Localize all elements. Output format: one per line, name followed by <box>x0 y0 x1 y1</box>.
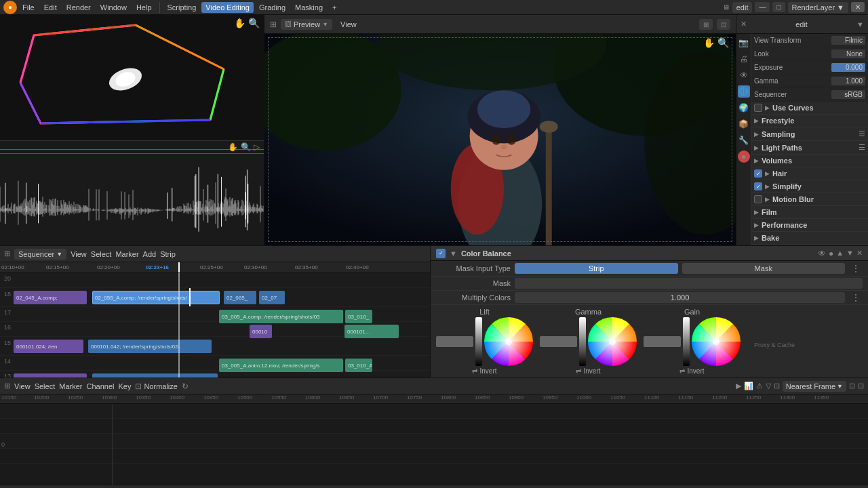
tab-grading[interactable]: Grading <box>255 2 290 13</box>
clip-000101-024[interactable]: 000101.024; /ren <box>14 340 83 353</box>
context-value[interactable]: edit <box>732 2 753 13</box>
kf-frame-dropdown[interactable]: Nearest Frame▼ <box>783 381 846 392</box>
props-icon-view[interactable]: 👁 <box>738 69 750 81</box>
light-paths-list-icon[interactable]: ☰ <box>859 143 865 152</box>
kf-marker-menu[interactable]: Marker <box>59 382 82 390</box>
menu-file[interactable]: File <box>18 2 39 13</box>
viewport-zoom-btn[interactable]: 🔍 <box>248 18 260 28</box>
kf-filter-btn[interactable]: ▽ <box>766 382 771 390</box>
exposure-value[interactable]: 0.000 <box>831 63 865 72</box>
gain-colorwheel[interactable] <box>692 317 741 366</box>
mask-input[interactable] <box>515 278 863 289</box>
view-transform-value[interactable]: Filmic <box>831 36 865 45</box>
clip-000101[interactable]: 000101... <box>344 325 399 338</box>
mask-mask-btn[interactable]: Mask <box>682 263 846 274</box>
simplify-checkbox[interactable]: ✓ <box>754 182 762 190</box>
gamma-swatch[interactable] <box>540 336 577 347</box>
track-options-btn[interactable]: ⊞ <box>4 249 10 258</box>
viewport-pan-btn[interactable]: ✋ <box>234 18 245 28</box>
gamma-invert-btn[interactable]: Invert <box>583 367 600 375</box>
gamma-value[interactable]: 1.000 <box>831 77 865 85</box>
look-value[interactable]: None <box>831 49 865 58</box>
mask-strip-btn[interactable]: Strip <box>515 263 678 274</box>
props-chevron[interactable]: ▼ <box>856 20 864 28</box>
preview-dropdown[interactable]: 🖼 Preview ▼ <box>281 19 332 30</box>
gamma-colorwheel[interactable] <box>588 317 637 366</box>
kf-chart-btn[interactable]: 📊 <box>744 382 753 390</box>
gamma-invert-icon[interactable]: ⇄ <box>576 367 581 375</box>
menu-window[interactable]: Window <box>96 2 131 13</box>
sequencer-dropdown[interactable]: Sequencer▼ <box>14 249 66 260</box>
props-icon-material[interactable]: ● <box>738 150 750 163</box>
sampling-header[interactable]: ▶ Sampling ☰ <box>751 127 868 141</box>
waveform-menu[interactable]: ▷ <box>254 142 260 152</box>
cb-eye-btn[interactable]: 👁 <box>818 249 826 258</box>
lift-colorwheel[interactable] <box>484 317 533 366</box>
preview-icon-2[interactable]: ⊡ <box>717 19 730 30</box>
kf-refresh-btn[interactable]: ↻ <box>182 382 189 391</box>
use-curves-checkbox[interactable] <box>754 104 762 112</box>
cb-close-btn[interactable]: ✕ <box>856 249 863 258</box>
gain-invert-icon[interactable]: ⇄ <box>679 367 685 375</box>
kf-channel-menu[interactable]: Channel <box>86 382 114 390</box>
cb-dot-btn[interactable]: ● <box>829 249 833 258</box>
menu-render[interactable]: Render <box>62 2 95 13</box>
cb-toggle[interactable]: ✓ <box>436 249 446 258</box>
gain-strip[interactable] <box>683 317 690 366</box>
props-icon-object[interactable]: 📦 <box>738 118 750 130</box>
view-menu[interactable]: View <box>336 19 361 30</box>
sampling-list-icon[interactable]: ☰ <box>859 129 865 138</box>
lift-invert-btn[interactable]: Invert <box>479 367 496 375</box>
kf-more-btn[interactable]: ⊡ <box>774 382 780 390</box>
simplify-header[interactable]: ✓ ▶ Simplify <box>751 180 868 193</box>
multiply-colors-extra[interactable]: ⋮ <box>849 292 863 303</box>
clip-02055-acomp-selected[interactable]: 02_055_A.comp; /render/spring/shots/ <box>92 291 220 304</box>
motion-blur-checkbox[interactable] <box>754 195 762 203</box>
clip-00010[interactable]: 00010 <box>250 325 272 338</box>
gain-invert-btn[interactable]: Invert <box>687 367 704 375</box>
kf-play-btn[interactable]: ▶ <box>736 382 741 390</box>
tab-video-editing[interactable]: Video Editing <box>201 2 254 13</box>
preview-icon-1[interactable]: ⊞ <box>699 19 713 30</box>
tab-scripting[interactable]: Scripting <box>163 2 201 13</box>
kf-view-menu[interactable]: View <box>14 382 31 390</box>
cb-expand-icon[interactable]: ▼ <box>450 249 457 258</box>
props-icon-world[interactable]: 🌍 <box>738 102 750 114</box>
app-icon[interactable]: ● <box>3 1 17 14</box>
lift-invert-icon[interactable]: ⇄ <box>472 367 477 375</box>
sequencer-value[interactable]: sRGB <box>831 90 865 99</box>
volumes-header[interactable]: ▶ Volumes <box>751 155 868 167</box>
clip-03005-anim[interactable]: 03_005_A.anim.12.mov; /render/spring/s <box>219 359 343 372</box>
clip-000101-042[interactable]: 000101.042; /render/spring/shots/02- <box>88 340 212 353</box>
props-icon-modifier[interactable]: 🔧 <box>738 134 750 146</box>
props-icon-output[interactable]: 🖨 <box>738 53 750 65</box>
props-icon-render[interactable]: 📷 <box>738 37 750 49</box>
clip-03005-acomp[interactable]: 03_005_A.comp; /render/spring/shots/03 <box>219 310 343 323</box>
kf-header-icon[interactable]: ⊞ <box>4 382 10 390</box>
timeline-view-menu[interactable]: View <box>71 250 87 258</box>
hair-header[interactable]: ✓ ▶ Hair <box>751 167 868 180</box>
clip-03010-a[interactable]: 03_010_A <box>345 359 372 372</box>
window-minimize[interactable]: — <box>755 2 770 12</box>
film-header[interactable]: ▶ Film <box>751 206 868 219</box>
waveform-zoom[interactable]: 🔍 <box>241 142 251 152</box>
normalize-toggle[interactable]: ⊡ Normalize <box>135 382 178 391</box>
multiply-colors-value[interactable]: 1.000 <box>515 292 845 303</box>
timeline-strip-menu[interactable]: Strip <box>160 250 176 258</box>
light-paths-header[interactable]: ▶ Light Paths ☰ <box>751 141 868 155</box>
kf-extra-1[interactable]: ⊡ <box>849 382 855 390</box>
timeline-add-menu[interactable]: Add <box>143 250 157 258</box>
clip-02065[interactable]: 02_065_ <box>224 291 256 304</box>
motion-blur-header[interactable]: ▶ Motion Blur <box>751 193 868 206</box>
preview-header-icon[interactable]: ⊞ <box>270 20 277 29</box>
cb-up-btn[interactable]: ▲ <box>836 249 844 258</box>
menu-edit[interactable]: Edit <box>40 2 61 13</box>
kf-key-menu[interactable]: Key <box>118 382 131 390</box>
hair-checkbox[interactable]: ✓ <box>754 169 762 178</box>
mask-extra-btn[interactable]: ⋮ <box>849 263 863 274</box>
timeline-select-menu[interactable]: Select <box>91 250 112 258</box>
bake-header[interactable]: ▶ Bake <box>751 232 868 245</box>
props-close-btn[interactable]: ✕ <box>741 20 747 28</box>
clip-02045-anim[interactable]: 02_045_A.anim.1 <box>14 373 87 378</box>
timeline-marker-menu[interactable]: Marker <box>115 250 138 258</box>
